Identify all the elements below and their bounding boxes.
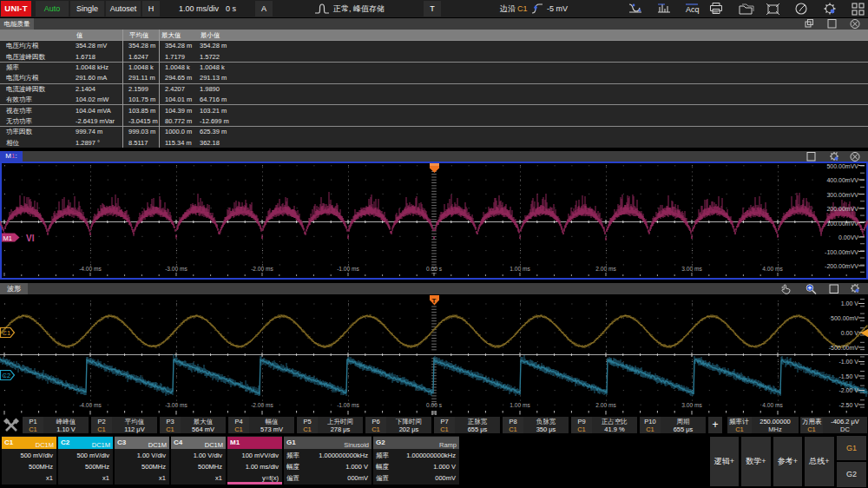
svg-text:-4.00 ms: -4.00 ms bbox=[79, 266, 102, 272]
svg-text:0.00 s: 0.00 s bbox=[426, 266, 443, 272]
svg-text:-2.00 ms: -2.00 ms bbox=[251, 402, 273, 408]
svg-text:-2.50 V: -2.50 V bbox=[838, 402, 858, 408]
svg-text:3.00 ms: 3.00 ms bbox=[681, 266, 702, 272]
svg-text:-3.00 ms: -3.00 ms bbox=[165, 266, 187, 272]
svg-text:400.00mVV: 400.00mVV bbox=[826, 177, 858, 183]
svg-text:-4.00 ms: -4.00 ms bbox=[79, 402, 102, 408]
svg-text:300.00mVV: 300.00mVV bbox=[826, 192, 858, 198]
svg-text:-2.00 V: -2.00 V bbox=[838, 387, 858, 393]
svg-text:-1.50 V: -1.50 V bbox=[838, 373, 858, 379]
svg-text:C1: C1 bbox=[3, 329, 11, 337]
svg-text:1.00 ms: 1.00 ms bbox=[510, 266, 530, 272]
svg-text:-1.00 ms: -1.00 ms bbox=[337, 266, 359, 272]
svg-text:-200.00mVV: -200.00mVV bbox=[825, 263, 858, 269]
svg-text:-1.00 V: -1.00 V bbox=[838, 359, 858, 365]
svg-text:-1.00 ms: -1.00 ms bbox=[337, 402, 359, 408]
svg-text:M1: M1 bbox=[3, 234, 12, 242]
svg-text:-3.00 ms: -3.00 ms bbox=[165, 402, 187, 408]
svg-text:3.00 ms: 3.00 ms bbox=[681, 402, 702, 408]
svg-text:VI: VI bbox=[26, 234, 35, 243]
svg-text:Acq: Acq bbox=[686, 5, 700, 14]
svg-text:-500.00mV: -500.00mV bbox=[829, 345, 859, 351]
svg-text:4.00 ms: 4.00 ms bbox=[762, 266, 783, 272]
svg-text:0.00 V: 0.00 V bbox=[841, 330, 859, 336]
svg-text:2.00 ms: 2.00 ms bbox=[595, 266, 616, 272]
svg-text:0.00VV: 0.00VV bbox=[838, 234, 858, 241]
svg-text:T: T bbox=[432, 297, 437, 305]
svg-text:-2.00 ms: -2.00 ms bbox=[251, 266, 273, 272]
svg-text:4.00 ms: 4.00 ms bbox=[762, 402, 783, 408]
svg-text:500.00mVV: 500.00mVV bbox=[826, 163, 858, 169]
svg-text:1.00 ms: 1.00 ms bbox=[510, 402, 530, 408]
svg-text:2.00 ms: 2.00 ms bbox=[595, 402, 616, 408]
svg-text:1.00 V: 1.00 V bbox=[841, 300, 859, 307]
svg-text:500.00mV: 500.00mV bbox=[831, 315, 858, 321]
svg-text:200.00mVV: 200.00mVV bbox=[826, 206, 858, 212]
svg-text:C2: C2 bbox=[3, 372, 11, 379]
svg-text:100.00mVV: 100.00mVV bbox=[826, 221, 858, 227]
svg-text:0.00 s: 0.00 s bbox=[426, 402, 443, 408]
svg-text:-100.00mVV: -100.00mVV bbox=[825, 249, 858, 255]
